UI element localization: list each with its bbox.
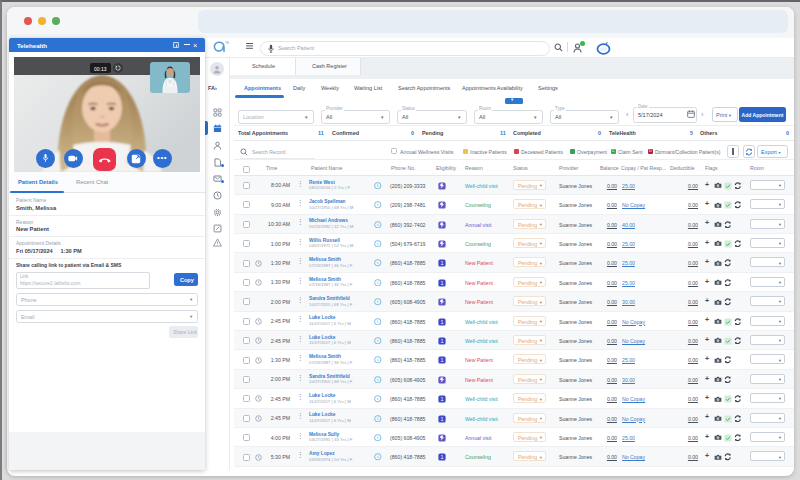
svg-text:i: i	[377, 261, 379, 266]
svg-text:1: 1	[440, 280, 443, 286]
svg-text:i: i	[377, 455, 379, 460]
svg-text:1: 1	[440, 319, 443, 325]
svg-text:i: i	[377, 280, 379, 285]
svg-text:i: i	[377, 377, 379, 382]
svg-text:1: 1	[440, 454, 443, 460]
svg-text:1: 1	[440, 357, 443, 363]
svg-text:i: i	[377, 319, 379, 324]
svg-text:i: i	[377, 397, 379, 402]
svg-text:i: i	[377, 241, 379, 246]
svg-text:i: i	[377, 183, 379, 188]
svg-text:i: i	[377, 338, 379, 343]
svg-text:1: 1	[440, 338, 443, 344]
svg-text:i: i	[377, 300, 379, 305]
svg-text:1: 1	[440, 396, 443, 402]
svg-text:i: i	[377, 358, 379, 363]
svg-text:i: i	[377, 435, 379, 440]
svg-text:i: i	[377, 416, 379, 421]
svg-text:i: i	[377, 222, 379, 227]
svg-text:TM: TM	[225, 41, 229, 45]
svg-text:1: 1	[440, 416, 443, 422]
svg-text:1: 1	[440, 260, 443, 266]
svg-text:i: i	[377, 203, 379, 208]
